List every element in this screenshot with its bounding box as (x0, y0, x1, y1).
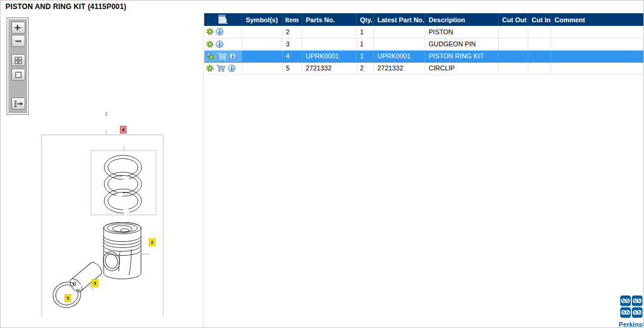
column-header-description[interactable]: Description (425, 13, 498, 26)
page-title: PISTON AND RING KIT (4115P001) (5, 2, 127, 11)
gudgeon-pin-drawing (67, 260, 104, 294)
cell-parts-no: UPRK0001 (302, 50, 356, 62)
zoom-out-icon (14, 37, 23, 45)
app-window: PISTON AND RING KIT (4115P001) (0, 0, 644, 328)
gear-icon[interactable] (206, 40, 214, 48)
cell-qty: 1 (356, 50, 374, 62)
export-panel-icon (14, 100, 23, 108)
table-row-piston[interactable]: 2 1 PISTON (204, 26, 644, 38)
column-header-latest-part-no[interactable]: Latest Part No. (374, 13, 425, 26)
parts-table-panel: Symbol(s) Item Parts No. Qty. Latest Par… (204, 13, 644, 75)
cell-comment (551, 26, 644, 38)
perkins-logo-icon (620, 296, 643, 318)
table-row-gudgeon-pin[interactable]: 3 1 GUDGEON PIN (204, 38, 644, 50)
callout-1[interactable]: 1 (103, 110, 110, 118)
cell-description: PISTON RING KIT (425, 50, 498, 62)
info-icon[interactable] (228, 64, 236, 72)
cell-description: GUDGEON PIN (425, 38, 498, 50)
drawing-panel: 1 4 2 3 5 (1, 13, 204, 328)
cell-comment (551, 62, 644, 74)
column-header-cut-out[interactable]: Cut Out (498, 13, 528, 26)
cell-cut-in (528, 50, 551, 62)
toggle-panel-button[interactable] (11, 97, 25, 110)
gear-icon[interactable] (206, 28, 214, 36)
cell-symbols (242, 26, 282, 38)
cell-qty: 2 (356, 62, 374, 74)
cell-item: 5 (282, 62, 302, 74)
cell-description: PISTON (425, 26, 498, 38)
cell-cut-out (498, 38, 528, 50)
parts-list-search-icon (217, 14, 228, 25)
cell-cut-in (528, 26, 551, 38)
fit-all-icon (14, 57, 22, 64)
cell-cut-in (528, 38, 551, 50)
column-header-qty[interactable]: Qty. (356, 13, 374, 26)
cell-item: 2 (282, 26, 302, 38)
cell-qty: 1 (356, 38, 374, 50)
callout-5[interactable]: 5 (64, 294, 71, 302)
piston-rings-drawing (104, 155, 142, 215)
info-icon[interactable] (229, 52, 237, 60)
cell-latest-part-no (374, 26, 425, 38)
column-header-item[interactable]: Item (282, 13, 302, 26)
table-row-piston-ring-kit-selected[interactable]: 4 UPRK0001 1 UPRK0001 PISTON RING KIT (204, 50, 644, 62)
column-header-cut-in[interactable]: Cut In (528, 13, 551, 26)
cart-icon[interactable] (216, 64, 226, 72)
fit-all-button[interactable] (11, 54, 25, 66)
zoom-in-button[interactable] (11, 22, 25, 34)
perkins-logo-text: Perkins® (619, 321, 644, 328)
cell-item: 3 (282, 38, 302, 50)
cell-latest-part-no: 2721332 (374, 62, 425, 74)
cell-parts-no: 2721332 (302, 62, 356, 74)
table-row-circlip[interactable]: 5 2721332 2 2721332 CIRCLIP (204, 62, 644, 74)
cell-comment (551, 50, 644, 62)
cell-item: 4 (282, 50, 302, 62)
fit-page-icon (14, 71, 22, 79)
cell-parts-no (302, 38, 356, 50)
cell-cut-in (528, 62, 551, 74)
cell-cut-out (498, 26, 528, 38)
fit-page-button[interactable] (11, 69, 25, 81)
cell-qty: 1 (356, 26, 374, 38)
cell-symbols (242, 50, 282, 62)
cell-cut-out (498, 50, 528, 62)
column-header-comment[interactable]: Comment (551, 13, 644, 26)
cell-latest-part-no (374, 38, 425, 50)
cell-parts-no (302, 26, 356, 38)
column-header-symbols[interactable]: Symbol(s) (242, 13, 282, 26)
gear-icon[interactable] (206, 64, 214, 72)
zoom-out-button[interactable] (11, 35, 25, 47)
info-icon[interactable] (216, 28, 224, 36)
callout-3[interactable]: 3 (92, 279, 98, 287)
kit-gear-icon[interactable] (206, 52, 215, 60)
cell-symbols (242, 38, 282, 50)
cell-symbols (242, 62, 282, 74)
cell-comment (551, 38, 644, 50)
perkins-logo: Perkins® (619, 296, 644, 328)
cell-latest-part-no: UPRK0001 (374, 50, 425, 62)
piston-drawing (101, 223, 141, 279)
column-header-parts-no[interactable]: Parts No. (302, 13, 356, 26)
header-icon-cell[interactable] (204, 13, 242, 26)
piston-assembly-drawing (37, 109, 169, 317)
table-header-row: Symbol(s) Item Parts No. Qty. Latest Par… (204, 13, 644, 26)
drawing-toolbar (7, 17, 29, 115)
cell-description: CIRCLIP (425, 62, 498, 74)
callout-4[interactable]: 4 (120, 126, 127, 134)
parts-table: Symbol(s) Item Parts No. Qty. Latest Par… (204, 13, 644, 75)
cell-cut-out (498, 62, 528, 74)
info-icon[interactable] (216, 40, 224, 48)
zoom-in-icon (14, 24, 23, 32)
cart-icon[interactable] (217, 52, 227, 60)
callout-2[interactable]: 2 (149, 238, 155, 246)
